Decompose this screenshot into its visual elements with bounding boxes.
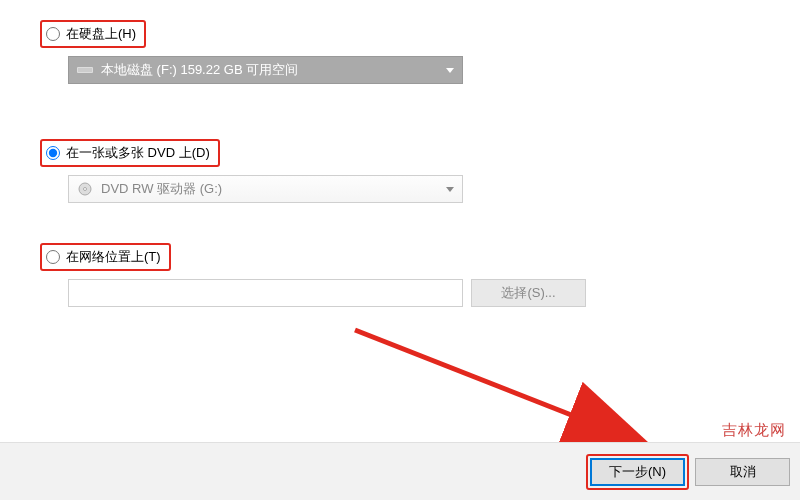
radio-hdd-label: 在硬盘上(H) [66,25,136,43]
drive-icon [77,64,93,76]
dropdown-dvd-text: DVD RW 驱动器 (G:) [101,180,446,198]
watermark: 吉林龙网 [722,421,786,440]
browse-button[interactable]: 选择(S)... [471,279,586,307]
option-dvd-group: 在一张或多张 DVD 上(D) DVD RW 驱动器 (G:) [40,139,760,203]
cancel-button[interactable]: 取消 [695,458,790,486]
highlight-dvd: 在一张或多张 DVD 上(D) [40,139,220,167]
radio-dvd[interactable] [46,146,60,160]
radio-network[interactable] [46,250,60,264]
next-button-label: 下一步(N) [609,463,666,481]
chevron-down-icon [446,187,454,192]
highlight-hdd: 在硬盘上(H) [40,20,146,48]
radio-dvd-label: 在一张或多张 DVD 上(D) [66,144,210,162]
dropdown-hdd[interactable]: 本地磁盘 (F:) 159.22 GB 可用空间 [68,56,463,84]
radio-hdd[interactable] [46,27,60,41]
option-network-group: 在网络位置上(T) 选择(S)... [40,243,760,307]
disc-icon [77,183,93,195]
next-button[interactable]: 下一步(N) [590,458,685,486]
footer: 下一步(N) 取消 [0,442,800,500]
svg-point-3 [84,188,87,191]
svg-rect-1 [78,68,92,72]
browse-button-label: 选择(S)... [501,284,555,302]
dropdown-dvd[interactable]: DVD RW 驱动器 (G:) [68,175,463,203]
option-hdd-group: 在硬盘上(H) 本地磁盘 (F:) 159.22 GB 可用空间 [40,20,760,84]
chevron-down-icon [446,68,454,73]
radio-network-label: 在网络位置上(T) [66,248,161,266]
cancel-button-label: 取消 [730,463,756,481]
network-path-input[interactable] [68,279,463,307]
highlight-network: 在网络位置上(T) [40,243,171,271]
svg-line-5 [355,330,635,440]
dropdown-hdd-text: 本地磁盘 (F:) 159.22 GB 可用空间 [101,61,446,79]
highlight-next: 下一步(N) [586,454,689,490]
